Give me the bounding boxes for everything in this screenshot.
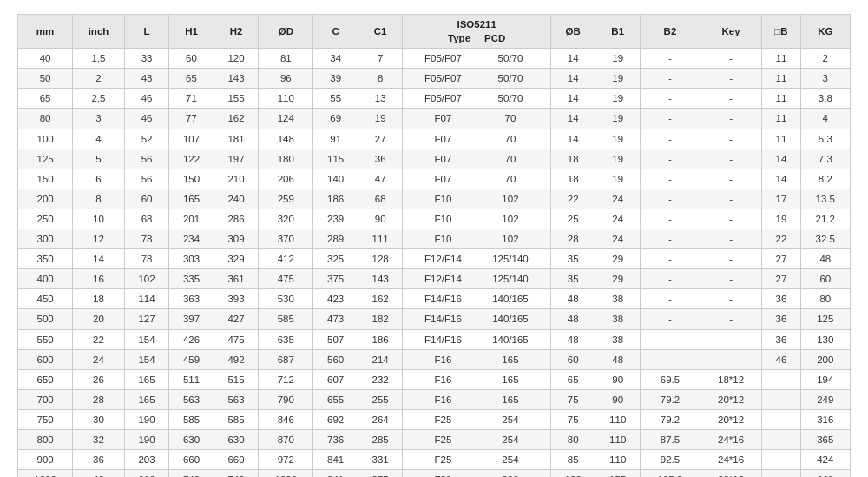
table-cell: F30298	[403, 470, 551, 477]
col-sqB: □B	[762, 15, 800, 49]
table-cell: 11	[762, 129, 800, 149]
table-cell: 350	[18, 249, 73, 269]
table-row: 50020127397427585473182F14/F16140/165483…	[18, 309, 851, 329]
col-OB: ØB	[550, 15, 595, 49]
table-cell: 560	[313, 349, 358, 369]
table-cell: 500	[18, 309, 73, 329]
table-cell: 96	[259, 69, 313, 89]
table-cell: F16165	[403, 389, 551, 409]
table-cell: -	[640, 309, 700, 329]
table-cell: 206	[259, 169, 313, 189]
table-cell: 660	[169, 450, 214, 470]
table-cell: 154	[124, 349, 168, 369]
table-cell: 165	[169, 189, 214, 209]
table-cell: 214	[358, 349, 402, 369]
table-row: 502436514396398F05/F0750/701419--113	[18, 69, 851, 89]
table-cell: 941	[313, 470, 358, 477]
table-cell: 650	[18, 369, 73, 389]
table-cell: 585	[214, 409, 258, 429]
table-cell: 10	[73, 209, 125, 229]
table-cell: 700	[18, 389, 73, 409]
table-cell: 563	[169, 389, 214, 409]
table-cell: 14	[762, 169, 800, 189]
table-cell: 91	[313, 129, 358, 149]
table-cell: 19	[595, 129, 640, 149]
table-cell: 11	[762, 49, 800, 69]
table-cell: 19	[762, 209, 800, 229]
table-cell: 125	[18, 149, 73, 169]
table-cell: 36	[762, 309, 800, 329]
table-cell: 115	[313, 149, 358, 169]
table-cell: 180	[259, 149, 313, 169]
table-cell: 655	[313, 389, 358, 409]
table-cell: 303	[169, 249, 214, 269]
table-cell: 110	[259, 89, 313, 109]
table-cell: 5	[73, 149, 125, 169]
table-cell: 40	[73, 470, 125, 477]
table-cell: 309	[214, 229, 258, 249]
table-cell: F14/F16140/165	[403, 289, 551, 309]
table-cell: 2	[73, 69, 125, 89]
table-cell: 150	[18, 169, 73, 189]
table-cell: 900	[18, 450, 73, 470]
table-cell	[762, 389, 800, 409]
table-cell: 143	[214, 69, 258, 89]
table-cell: 530	[259, 289, 313, 309]
table-cell: 475	[259, 269, 313, 289]
table-cell: -	[640, 89, 700, 109]
col-L: L	[124, 15, 168, 49]
table-cell: 27	[762, 249, 800, 269]
table-cell: F0770	[403, 109, 551, 129]
table-cell: 26	[73, 369, 125, 389]
table-cell: 8	[73, 189, 125, 209]
table-cell: 36	[762, 289, 800, 309]
table-cell: 47	[358, 169, 402, 189]
table-cell: 75	[550, 389, 595, 409]
table-cell: -	[640, 349, 700, 369]
table-row: 3001278234309370289111F101022824--2232.5	[18, 229, 851, 249]
table-cell: 25	[550, 209, 595, 229]
table-cell: 90	[358, 209, 402, 229]
table-cell: 102	[124, 269, 168, 289]
table-cell: 335	[169, 269, 214, 289]
col-B2: B2	[640, 15, 700, 49]
table-cell: 24	[595, 189, 640, 209]
table-cell: 20*12	[700, 409, 761, 429]
table-cell: -	[700, 69, 761, 89]
table-cell: 7.3	[800, 149, 850, 169]
table-cell: 3	[73, 109, 125, 129]
table-cell: F12/F14125/140	[403, 269, 551, 289]
table-cell: 255	[358, 389, 402, 409]
table-cell: 375	[358, 470, 402, 477]
table-cell: 17	[762, 189, 800, 209]
table-row: 65026165511515712607232F16165659069.518*…	[18, 369, 851, 389]
table-cell: 165	[124, 369, 168, 389]
table-cell: 27	[358, 129, 402, 149]
table-cell: 68	[124, 209, 168, 229]
table-cell: 154	[124, 329, 168, 349]
table-cell: 32	[73, 429, 125, 449]
table-cell: 56	[124, 149, 168, 169]
table-cell: 20	[73, 309, 125, 329]
table-cell: 370	[259, 229, 313, 249]
table-cell: 361	[214, 269, 258, 289]
table-cell: 511	[169, 369, 214, 389]
table-cell: 87.5	[640, 429, 700, 449]
table-cell: F16165	[403, 349, 551, 369]
table-cell: F14/F16140/165	[403, 329, 551, 349]
table-cell: 200	[18, 189, 73, 209]
table-cell: 140	[313, 169, 358, 189]
col-inch: inch	[73, 15, 125, 49]
table-row: 12555612219718011536F07701819--147.3	[18, 149, 851, 169]
table-cell: 329	[214, 249, 258, 269]
table-row: 652.546711551105513F05/F0750/701419--113…	[18, 89, 851, 109]
table-cell: 320	[259, 209, 313, 229]
table-row: 1000402167497491090941375F30298100155105…	[18, 470, 851, 477]
table-cell	[762, 369, 800, 389]
table-cell: F10102	[403, 209, 551, 229]
table-cell: 125	[800, 309, 850, 329]
table-cell: 841	[313, 450, 358, 470]
table-cell: 325	[313, 249, 358, 269]
table-cell: 60	[800, 269, 850, 289]
table-cell: 150	[169, 169, 214, 189]
